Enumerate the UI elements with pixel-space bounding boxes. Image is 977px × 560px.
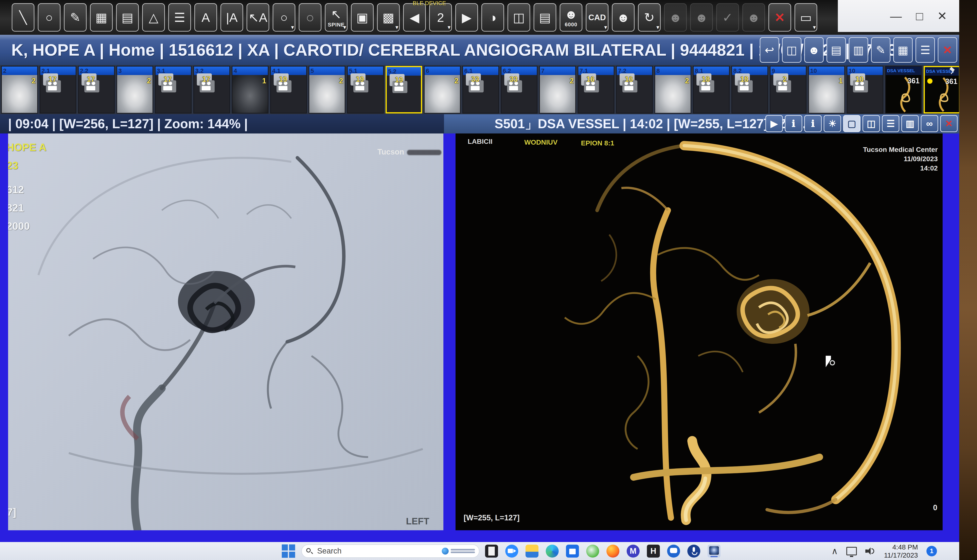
thumbnail-2-2-2[interactable]: 2.217 — [78, 66, 115, 113]
thumbnail-2-0[interactable]: 22 — [1, 66, 38, 113]
fit-to-window-icon[interactable]: ▢ — [843, 115, 860, 132]
thumbnail-5-2-10[interactable]: 5.219 — [385, 66, 422, 113]
cursor-3d-tool-icon[interactable]: ▦ — [90, 3, 113, 32]
thumbnail-9-20[interactable]: 92 — [770, 66, 807, 113]
app-chat[interactable] — [667, 545, 680, 558]
previous-step-icon[interactable]: ◀ — [403, 3, 426, 32]
thumbnail-7-2-16[interactable]: 7.216 — [616, 66, 653, 113]
cad-menu[interactable]: CAD▾ — [586, 3, 609, 32]
text-tool-icon[interactable]: A — [194, 3, 217, 32]
speaker-icon[interactable] — [865, 547, 875, 555]
page-info-icon[interactable]: ℹ — [785, 115, 802, 132]
patient-list-icon[interactable]: ☻ — [804, 37, 824, 63]
thumbnail-6-1-12[interactable]: 6.133 — [462, 66, 499, 113]
app-notepad[interactable] — [485, 545, 498, 558]
hanging-protocol-icon[interactable]: ▩▾ — [377, 3, 400, 32]
copy-series-icon[interactable]: ▥ — [901, 115, 919, 132]
thumbnail-5-8[interactable]: 52 — [308, 66, 345, 113]
save-icon[interactable]: ▣ — [351, 3, 373, 32]
thumbnail-5-1-9[interactable]: 5.119 — [347, 66, 384, 113]
close-series-icon[interactable]: ✕ — [940, 115, 958, 132]
angle-tool-icon[interactable]: △ — [142, 3, 165, 32]
history-icon[interactable]: ↻▾ — [638, 3, 661, 32]
text-caret-tool-icon[interactable]: |A — [220, 3, 243, 32]
thumbnail-6-2-13[interactable]: 6.233 — [501, 66, 537, 113]
stack-list-icon[interactable]: ☰ — [882, 115, 899, 132]
thumbnail-3-3[interactable]: 32 — [117, 66, 153, 113]
pages-info-icon[interactable]: ℹ — [804, 115, 822, 132]
thumbnail-8-2-19[interactable]: 8.218 — [732, 66, 768, 113]
pin-strip-icon[interactable] — [948, 67, 956, 75]
mark-read-icon[interactable]: ✓ — [716, 3, 739, 32]
dual-layout-icon[interactable]: ◫ — [862, 115, 880, 132]
next-patient-icon[interactable]: ☻ — [690, 3, 713, 32]
thumbnail-4-6[interactable]: 41 — [232, 66, 268, 113]
thumbnail-10-21[interactable]: 101 — [808, 66, 845, 113]
patient-card-icon[interactable]: ▤ — [534, 3, 556, 32]
thumbnail-10-22[interactable]: 1010 — [847, 66, 884, 113]
start-button[interactable] — [281, 544, 296, 558]
link-series-icon[interactable]: ∞ — [921, 115, 938, 132]
patient-id-card-icon[interactable]: ▤ — [827, 37, 846, 63]
archive-case-icon[interactable]: ▦ — [893, 37, 913, 63]
app-m[interactable]: M — [627, 545, 640, 558]
minimize-button[interactable]: — — [890, 9, 902, 23]
cine-play-icon[interactable]: ▶ — [765, 115, 783, 132]
tray-clock[interactable]: 4:48 PM 11/17/2023 — [884, 543, 918, 559]
previous-patient-icon[interactable]: ☻ — [664, 3, 687, 32]
close-panel-icon[interactable]: ✕ — [938, 37, 957, 63]
thumbnail-4-1-7[interactable]: 4.119 — [270, 66, 307, 113]
display-tray-icon[interactable] — [846, 547, 857, 555]
dsa-vessel-3d-viewport[interactable]: LABICII WODNIUV EPION 8:1 Tucson Medical… — [455, 133, 943, 530]
display-select-icon[interactable]: ▭▾ — [795, 3, 817, 32]
app-dictation[interactable] — [687, 545, 700, 558]
close-button[interactable]: ✕ — [937, 9, 947, 23]
thumbnail-2-1-1[interactable]: 2.117 — [40, 66, 76, 113]
thumbnail-8-17[interactable]: 82 — [655, 66, 691, 113]
patient-icon[interactable]: ☻ — [612, 3, 635, 32]
freehand-roi-tool-icon[interactable]: ◌ — [299, 3, 322, 32]
ruler-tool-icon[interactable]: ▤ — [116, 3, 139, 32]
cobb-angle-tool-icon[interactable]: ☰ — [168, 3, 191, 32]
palette-icon[interactable]: ◑ — [482, 3, 504, 32]
app-zoom[interactable] — [505, 545, 518, 558]
next-step-icon[interactable]: ▶ — [455, 3, 478, 32]
app-h[interactable]: H — [647, 545, 660, 558]
app-citrix[interactable] — [586, 545, 599, 558]
app-microsoft-store[interactable] — [566, 545, 579, 558]
sign-report-icon[interactable]: ✎ — [871, 37, 890, 63]
thumbnail-3-2-5[interactable]: 3.217 — [193, 66, 230, 113]
thumbnail-7-14[interactable]: 72 — [539, 66, 576, 113]
draw-tool-icon[interactable]: ✎ — [64, 3, 87, 32]
close-study-icon[interactable]: ✕ — [769, 3, 791, 32]
line-tool-icon[interactable]: ╲ — [12, 3, 34, 32]
spine-pointer-tool-icon[interactable]: ↖SPINE▾ — [325, 3, 347, 32]
app-firefox[interactable] — [607, 545, 619, 558]
report-document-icon[interactable]: ☰ — [915, 37, 935, 63]
ellipse-roi-tool-icon[interactable]: ○▾ — [273, 3, 295, 32]
tray-chevron-icon[interactable]: ∧ — [831, 546, 838, 556]
widget-chip[interactable] — [442, 548, 475, 555]
stack-scroll-icon[interactable]: 2▾ — [429, 3, 452, 32]
app-file-explorer[interactable] — [525, 545, 539, 558]
thumbnail-dsa-vessel-23[interactable]: DSA VESSEL361 — [885, 66, 922, 113]
worklist-icon[interactable]: ☻6000 — [560, 3, 582, 32]
undo-icon[interactable]: ↩ — [760, 37, 779, 63]
arrow-annotation-tool-icon[interactable]: ↖A — [247, 3, 269, 32]
notification-badge[interactable]: 1 — [927, 546, 937, 557]
thumbnail-3-1-4[interactable]: 3.117 — [155, 66, 192, 113]
reassign-patient-icon[interactable]: ☻ — [742, 3, 765, 32]
dsa-lateral-viewport[interactable]: HOPE A 23 612 821 2000 Tucson 7] LEFT — [8, 133, 443, 530]
maximize-button[interactable]: □ — [916, 9, 923, 23]
screen-layout-icon[interactable]: ◫ — [507, 3, 530, 32]
app-edge-browser[interactable] — [546, 545, 559, 558]
thumbnail-6-11[interactable]: 62 — [424, 66, 460, 113]
thumbnail-7-1-15[interactable]: 7.116 — [578, 66, 614, 113]
app-pacs-viewer-active[interactable] — [708, 545, 720, 558]
magnify-tool-icon[interactable]: ○ — [38, 3, 60, 32]
brightness-icon[interactable]: ☀ — [824, 115, 841, 132]
compare-studies-icon[interactable]: ◫ — [782, 37, 802, 63]
search-box[interactable]: Search — [302, 545, 479, 558]
copy-pages-icon[interactable]: ▥ — [849, 37, 868, 63]
thumbnail-8-1-18[interactable]: 8.118 — [693, 66, 730, 113]
